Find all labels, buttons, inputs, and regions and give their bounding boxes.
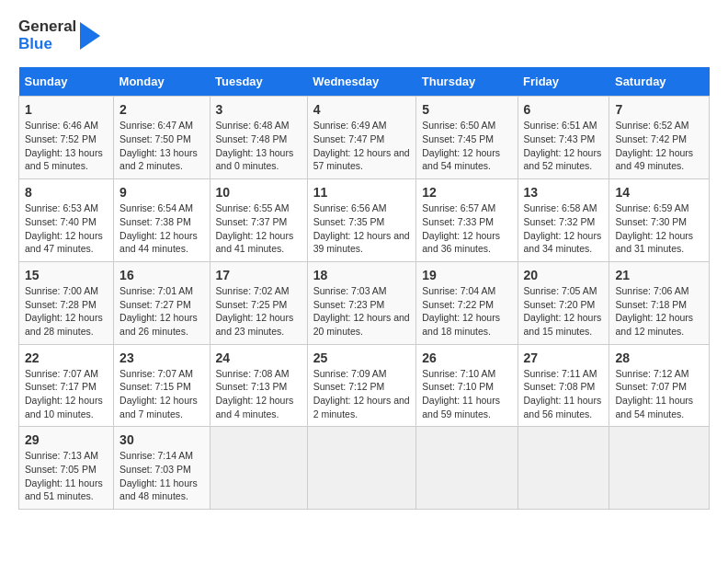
day-info: Sunrise: 7:11 AM Sunset: 7:08 PM Dayligh…	[524, 367, 604, 421]
day-number: 5	[422, 102, 511, 117]
day-number: 27	[524, 350, 604, 365]
calendar-cell: 20 Sunrise: 7:05 AM Sunset: 7:20 PM Dayl…	[518, 261, 609, 344]
day-info: Sunrise: 6:57 AM Sunset: 7:33 PM Dayligh…	[422, 201, 511, 256]
day-number: 16	[119, 268, 203, 282]
calendar-header-row: SundayMondayTuesdayWednesdayThursdayFrid…	[19, 67, 710, 97]
day-number: 4	[313, 102, 411, 117]
day-number: 2	[119, 102, 203, 117]
calendar-week-row: 29 Sunrise: 7:13 AM Sunset: 7:05 PM Dayl…	[19, 427, 710, 510]
calendar-cell: 10 Sunrise: 6:55 AM Sunset: 7:37 PM Dayl…	[210, 179, 307, 262]
logo: General Blue	[18, 18, 100, 52]
day-number: 20	[524, 268, 604, 282]
day-number: 10	[216, 185, 301, 200]
calendar-cell	[609, 427, 710, 510]
day-info: Sunrise: 6:51 AM Sunset: 7:43 PM Dayligh…	[524, 119, 604, 173]
day-info: Sunrise: 6:54 AM Sunset: 7:38 PM Dayligh…	[119, 201, 203, 256]
day-number: 30	[119, 432, 203, 447]
calendar-cell: 27 Sunrise: 7:11 AM Sunset: 7:08 PM Dayl…	[518, 344, 609, 427]
day-info: Sunrise: 7:03 AM Sunset: 7:23 PM Dayligh…	[313, 284, 411, 339]
calendar-cell: 23 Sunrise: 7:07 AM Sunset: 7:15 PM Dayl…	[114, 344, 210, 427]
day-number: 29	[25, 432, 108, 447]
calendar-cell: 13 Sunrise: 6:58 AM Sunset: 7:32 PM Dayl…	[518, 179, 609, 262]
calendar-cell	[416, 427, 518, 510]
calendar-cell: 2 Sunrise: 6:47 AM Sunset: 7:50 PM Dayli…	[114, 97, 210, 179]
calendar-cell: 17 Sunrise: 7:02 AM Sunset: 7:25 PM Dayl…	[210, 261, 307, 344]
column-header-tuesday: Tuesday	[210, 67, 307, 97]
calendar-cell: 8 Sunrise: 6:53 AM Sunset: 7:40 PM Dayli…	[19, 179, 114, 262]
day-number: 21	[615, 268, 703, 282]
column-header-sunday: Sunday	[19, 67, 114, 97]
day-number: 19	[422, 268, 511, 282]
calendar-cell: 9 Sunrise: 6:54 AM Sunset: 7:38 PM Dayli…	[114, 179, 210, 262]
calendar-cell: 26 Sunrise: 7:10 AM Sunset: 7:10 PM Dayl…	[416, 344, 518, 427]
calendar-cell: 14 Sunrise: 6:59 AM Sunset: 7:30 PM Dayl…	[609, 179, 710, 262]
day-info: Sunrise: 7:05 AM Sunset: 7:20 PM Dayligh…	[524, 284, 604, 339]
day-info: Sunrise: 6:50 AM Sunset: 7:45 PM Dayligh…	[422, 119, 511, 173]
column-header-thursday: Thursday	[416, 67, 518, 97]
column-header-monday: Monday	[114, 67, 210, 97]
day-info: Sunrise: 7:02 AM Sunset: 7:25 PM Dayligh…	[216, 284, 301, 339]
calendar-cell: 7 Sunrise: 6:52 AM Sunset: 7:42 PM Dayli…	[609, 97, 710, 179]
calendar-week-row: 22 Sunrise: 7:07 AM Sunset: 7:17 PM Dayl…	[19, 344, 710, 427]
calendar-cell: 5 Sunrise: 6:50 AM Sunset: 7:45 PM Dayli…	[416, 97, 518, 179]
svg-marker-0	[80, 22, 100, 50]
day-info: Sunrise: 7:10 AM Sunset: 7:10 PM Dayligh…	[422, 367, 511, 421]
calendar-table: SundayMondayTuesdayWednesdayThursdayFrid…	[18, 67, 710, 510]
column-header-wednesday: Wednesday	[307, 67, 416, 97]
day-number: 3	[216, 102, 301, 117]
calendar-cell: 3 Sunrise: 6:48 AM Sunset: 7:48 PM Dayli…	[210, 97, 307, 179]
day-info: Sunrise: 6:49 AM Sunset: 7:47 PM Dayligh…	[313, 119, 411, 173]
day-info: Sunrise: 7:14 AM Sunset: 7:03 PM Dayligh…	[119, 449, 203, 503]
day-number: 8	[25, 185, 108, 200]
day-number: 15	[25, 268, 108, 282]
column-header-friday: Friday	[518, 67, 609, 97]
calendar-week-row: 1 Sunrise: 6:46 AM Sunset: 7:52 PM Dayli…	[19, 97, 710, 179]
calendar-cell: 28 Sunrise: 7:12 AM Sunset: 7:07 PM Dayl…	[609, 344, 710, 427]
calendar-cell	[210, 427, 307, 510]
day-info: Sunrise: 6:58 AM Sunset: 7:32 PM Dayligh…	[524, 201, 604, 256]
day-info: Sunrise: 7:00 AM Sunset: 7:28 PM Dayligh…	[25, 284, 108, 339]
calendar-cell: 21 Sunrise: 7:06 AM Sunset: 7:18 PM Dayl…	[609, 261, 710, 344]
day-info: Sunrise: 7:08 AM Sunset: 7:13 PM Dayligh…	[216, 367, 301, 421]
column-header-saturday: Saturday	[609, 67, 710, 97]
day-info: Sunrise: 7:07 AM Sunset: 7:15 PM Dayligh…	[119, 367, 203, 421]
day-info: Sunrise: 7:09 AM Sunset: 7:12 PM Dayligh…	[313, 367, 411, 421]
day-info: Sunrise: 7:12 AM Sunset: 7:07 PM Dayligh…	[615, 367, 703, 421]
calendar-cell: 30 Sunrise: 7:14 AM Sunset: 7:03 PM Dayl…	[114, 427, 210, 510]
calendar-cell: 15 Sunrise: 7:00 AM Sunset: 7:28 PM Dayl…	[19, 261, 114, 344]
calendar-cell: 19 Sunrise: 7:04 AM Sunset: 7:22 PM Dayl…	[416, 261, 518, 344]
calendar-cell: 12 Sunrise: 6:57 AM Sunset: 7:33 PM Dayl…	[416, 179, 518, 262]
day-number: 1	[25, 102, 108, 117]
day-info: Sunrise: 6:55 AM Sunset: 7:37 PM Dayligh…	[216, 201, 301, 256]
calendar-week-row: 8 Sunrise: 6:53 AM Sunset: 7:40 PM Dayli…	[19, 179, 710, 262]
day-number: 9	[119, 185, 203, 200]
day-info: Sunrise: 7:04 AM Sunset: 7:22 PM Dayligh…	[422, 284, 511, 339]
calendar-cell: 25 Sunrise: 7:09 AM Sunset: 7:12 PM Dayl…	[307, 344, 416, 427]
day-number: 14	[615, 185, 703, 200]
day-info: Sunrise: 7:07 AM Sunset: 7:17 PM Dayligh…	[25, 367, 108, 421]
calendar-cell	[307, 427, 416, 510]
day-number: 17	[216, 268, 301, 282]
calendar-cell: 1 Sunrise: 6:46 AM Sunset: 7:52 PM Dayli…	[19, 97, 114, 179]
logo-general-text: General	[18, 17, 76, 35]
day-info: Sunrise: 6:56 AM Sunset: 7:35 PM Dayligh…	[313, 201, 411, 256]
day-number: 26	[422, 350, 511, 365]
day-number: 7	[615, 102, 703, 117]
day-number: 18	[313, 268, 411, 282]
logo-blue-text: Blue	[18, 35, 52, 52]
day-number: 11	[313, 185, 411, 200]
day-info: Sunrise: 6:47 AM Sunset: 7:50 PM Dayligh…	[119, 119, 203, 173]
logo-arrow-icon	[80, 22, 100, 50]
day-info: Sunrise: 6:59 AM Sunset: 7:30 PM Dayligh…	[615, 201, 703, 256]
day-info: Sunrise: 6:53 AM Sunset: 7:40 PM Dayligh…	[25, 201, 108, 256]
day-number: 6	[524, 102, 604, 117]
day-number: 24	[216, 350, 301, 365]
day-number: 25	[313, 350, 411, 365]
day-info: Sunrise: 7:13 AM Sunset: 7:05 PM Dayligh…	[25, 449, 108, 503]
calendar-cell: 18 Sunrise: 7:03 AM Sunset: 7:23 PM Dayl…	[307, 261, 416, 344]
day-number: 22	[25, 350, 108, 365]
day-info: Sunrise: 6:52 AM Sunset: 7:42 PM Dayligh…	[615, 119, 703, 173]
calendar-cell: 4 Sunrise: 6:49 AM Sunset: 7:47 PM Dayli…	[307, 97, 416, 179]
day-number: 12	[422, 185, 511, 200]
day-info: Sunrise: 7:06 AM Sunset: 7:18 PM Dayligh…	[615, 284, 703, 339]
